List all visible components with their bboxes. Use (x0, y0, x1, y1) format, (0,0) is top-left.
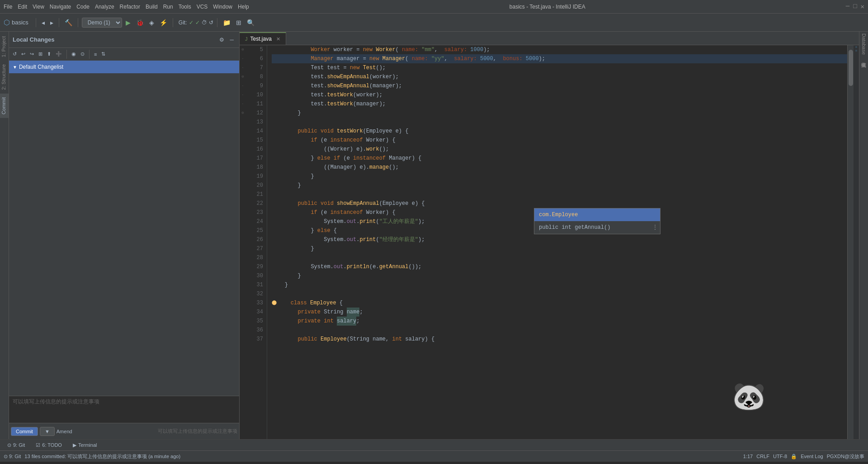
profile-button[interactable]: ⚡ (158, 18, 169, 27)
collapse-all-button[interactable]: ⇅ (99, 50, 107, 58)
sidebar-tab-structure[interactable]: 2: Structure (0, 61, 9, 94)
change-marker (855, 46, 857, 48)
todo-tab-label: 6: TODO (42, 442, 62, 448)
minimize-panel-button[interactable]: ─ (228, 36, 236, 44)
diff-preview-button[interactable]: ⊙ (79, 50, 86, 58)
menu-build[interactable]: Build (146, 4, 158, 10)
scrollbar-thumb[interactable] (849, 50, 853, 86)
revert-button[interactable]: ↪ (28, 50, 36, 58)
view-options-button[interactable]: ◉ (70, 50, 78, 58)
code-line-16: ((Worker) e).work(); (272, 145, 847, 154)
code-line-14: public void testWork(Employee e) { (272, 127, 847, 136)
commit-button[interactable]: Commit (11, 427, 38, 436)
menu-navigate[interactable]: Navigate (50, 4, 71, 10)
new-changelist-button[interactable]: ⊞ (37, 50, 44, 58)
default-changelist-item[interactable]: ▼ Default Changelist (9, 61, 239, 73)
layout-button[interactable]: ⊞ (234, 18, 243, 27)
code-line-36 (272, 326, 847, 335)
git-checkmark-1: ✓ (189, 19, 193, 26)
line-ending-status[interactable]: CRLF (756, 454, 769, 459)
back-button[interactable]: ◂ (40, 18, 47, 27)
refresh-button[interactable]: ↺ (11, 50, 19, 58)
git-branch-status[interactable]: ⊙ 9: Git (4, 454, 21, 459)
menu-analyze[interactable]: Analyze (95, 4, 114, 10)
settings-icon[interactable]: ⚙ (217, 36, 226, 44)
commit-message-area[interactable]: 可以填写上传信息的提示或注意事项 (9, 396, 239, 423)
move-to-changelist-button[interactable]: ⬆ (45, 50, 53, 58)
git-bottom-tab[interactable]: ⊙ 9: Git (2, 440, 30, 450)
menu-help[interactable]: Help (238, 4, 249, 10)
code-editor[interactable]: Worker worker = new Worker( name: "mm", … (267, 45, 847, 439)
debug-button[interactable]: 🐞 (134, 18, 146, 27)
changelist-name: Default Changelist (19, 64, 63, 70)
close-button[interactable]: ✕ (861, 3, 864, 10)
favorites-panel-tab[interactable]: 收藏夹 (859, 57, 868, 60)
autocomplete-popup[interactable]: com.Employee public int getAnnual() ⋮ (534, 208, 660, 234)
code-line-26: System.out.print("经理的年薪是"); (272, 235, 847, 244)
run-config-dropdown[interactable]: Demo (1) (82, 18, 122, 28)
code-line-11: test.testWork(manager); (272, 99, 847, 109)
search-everywhere-button[interactable]: 🔍 (245, 18, 256, 27)
panda-decoration: 🐼 (732, 394, 766, 403)
code-container[interactable]: ⊖ · · ⊖ · · · ⊖ (240, 45, 859, 439)
toolbar-separator-2 (59, 18, 59, 27)
code-line-13 (272, 118, 847, 127)
event-log-status[interactable]: Event Log (801, 454, 823, 459)
toolbar-separator-3 (78, 18, 78, 27)
build-button[interactable]: 🔨 (63, 18, 74, 27)
autocomplete-more-button[interactable]: ⋮ (652, 223, 658, 232)
autocomplete-item-method[interactable]: public int getAnnual() ⋮ (534, 221, 660, 234)
terminal-tab-icon: ▶ (73, 442, 76, 448)
title-bar: File Edit View Navigate Code Analyze Ref… (0, 0, 868, 14)
menu-edit[interactable]: Edit (18, 4, 27, 10)
todo-bottom-tab[interactable]: ☑ 6: TODO (30, 440, 67, 450)
expand-all-button[interactable]: ≡ (92, 51, 99, 58)
minimize-button[interactable]: ─ (846, 3, 849, 10)
git-checkmark-2: ✓ (195, 19, 200, 26)
menu-file[interactable]: File (4, 4, 12, 10)
open-files-button[interactable]: 📁 (221, 18, 232, 27)
terminal-bottom-tab[interactable]: ▶ Terminal (67, 440, 103, 450)
tab-close-icon[interactable]: ✕ (276, 36, 280, 42)
commit-buttons-bar: Commit ▼ Amend 可以填写上传信息的提示或注意事项 (9, 423, 239, 439)
tab-bar: J Test.java ✕ (240, 32, 859, 45)
rollback-button[interactable]: ↩ (19, 50, 27, 58)
code-line-20: } (272, 181, 847, 190)
menu-vcs[interactable]: VCS (197, 4, 208, 10)
commit-dropdown-arrow[interactable]: ▼ (40, 427, 55, 436)
autocomplete-item-class[interactable]: com.Employee (534, 208, 660, 221)
database-panel-tab[interactable]: Database (860, 32, 868, 57)
menu-code[interactable]: Code (76, 4, 90, 10)
code-line-15: if (e instanceof Worker) { (272, 136, 847, 145)
run-button[interactable]: ▶ (124, 18, 132, 27)
cursor-position-status[interactable]: 1:17 (743, 454, 753, 459)
app-menu[interactable]: File Edit View Navigate Code Analyze Ref… (4, 4, 249, 10)
code-line-10: test.testWork(worker); (272, 90, 847, 99)
menu-tools[interactable]: Tools (179, 4, 191, 10)
menu-refactor[interactable]: Refactor (120, 4, 140, 10)
sidebar-tab-commit[interactable]: Commit (0, 94, 9, 118)
code-line-27: } (272, 244, 847, 253)
code-line-8: test.showEmpAnnual(worker); (272, 72, 847, 81)
left-sidebar: 1: Project 2: Structure Commit (0, 32, 9, 439)
code-line-21 (272, 190, 847, 199)
window-controls[interactable]: ─ □ ✕ (846, 3, 864, 10)
encoding-status[interactable]: UTF-8 (773, 454, 787, 459)
menu-run[interactable]: Run (163, 4, 173, 10)
code-line-29: System.out.println(e.getAnnual()); (272, 262, 847, 271)
menu-window[interactable]: Window (213, 4, 232, 10)
amend-label: Amend (57, 429, 72, 434)
code-line-32 (272, 289, 847, 298)
intellij-logo-icon: ⬡ (4, 18, 10, 27)
sidebar-tab-project[interactable]: 1: Project (0, 33, 9, 61)
editor-scrollbar[interactable] (847, 45, 854, 439)
coverage-button[interactable]: ◈ (147, 18, 156, 27)
add-button[interactable]: ➕ (54, 50, 64, 58)
code-line-28 (272, 253, 847, 262)
code-line-18: ((Manager) e).manage(); (272, 163, 847, 172)
maximize-button[interactable]: □ (853, 3, 857, 10)
forward-button[interactable]: ▸ (48, 18, 55, 27)
menu-view[interactable]: View (33, 4, 44, 10)
editor-tab-test-java[interactable]: J Test.java ✕ (240, 32, 286, 45)
code-line-31: } (272, 280, 847, 289)
